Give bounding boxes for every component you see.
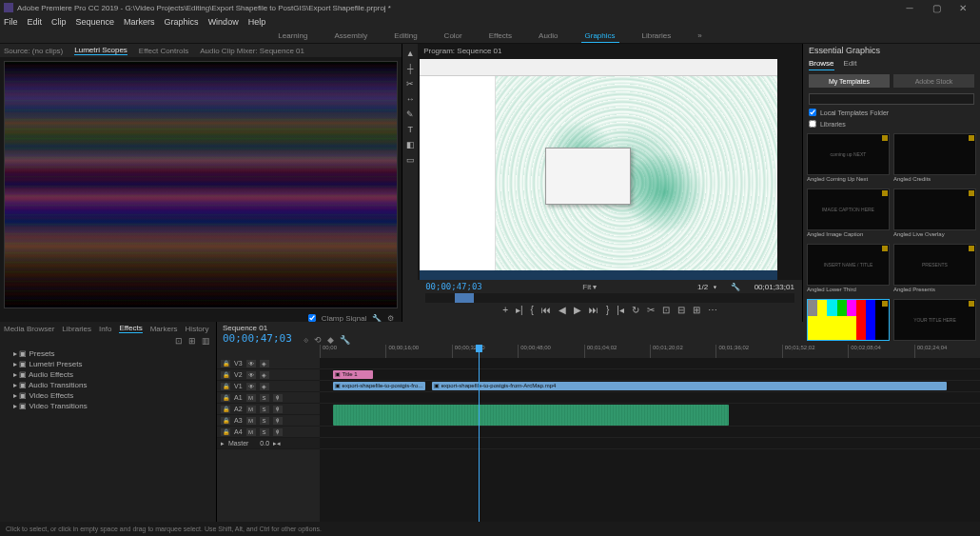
menu-sequence[interactable]: Sequence <box>76 17 115 27</box>
track-header-v2[interactable]: 🔒V2👁◈ <box>217 369 320 381</box>
tab-markers[interactable]: Markers <box>150 325 178 333</box>
tab-media-browser[interactable]: Media Browser <box>4 325 54 333</box>
track-header-a4[interactable]: 🔒A4MS🎙 <box>217 427 320 438</box>
eg-template-thumb[interactable]: coming up NEXT <box>807 133 890 175</box>
track-header-a1[interactable]: 🔒A1MS🎙 <box>217 392 320 404</box>
eg-template-thumb[interactable]: YOUR TITLE HERE <box>893 299 976 341</box>
fx-badge-icon[interactable]: ⊡ <box>175 336 183 346</box>
selection-tool-icon[interactable]: ▲ <box>404 48 416 59</box>
timeline-content[interactable]: 00;0000;00;16;0000;00;32;0000;00;48;0000… <box>320 345 980 522</box>
extract-icon[interactable]: ⊡ <box>662 305 670 315</box>
tree-audio-transitions[interactable]: ▸ ▣ Audio Transitions <box>4 380 212 390</box>
menu-window[interactable]: Window <box>208 17 239 27</box>
program-monitor[interactable] <box>420 59 777 280</box>
tree-video-effects[interactable]: ▸ ▣ Video Effects <box>4 390 212 401</box>
clip-video-2[interactable]: ▣ export-shapefile-to-postgis-from-ArcMa… <box>432 382 947 390</box>
clip-audio-1[interactable] <box>333 405 729 426</box>
program-fit-dropdown[interactable]: Fit <box>582 283 591 291</box>
pen-tool-icon[interactable]: ✎ <box>404 109 416 120</box>
ws-audio[interactable]: Audio <box>535 30 561 42</box>
snap-icon[interactable]: ⟐ <box>304 335 308 345</box>
clip-video-1[interactable]: ▣ export-shapefile-to-postgis-fro... <box>333 382 425 390</box>
eg-template-thumb[interactable]: IMAGE CAPTION HERE <box>807 189 890 230</box>
go-in-icon[interactable]: { <box>531 305 534 315</box>
program-resolution-dropdown[interactable]: 1/2 <box>697 283 708 291</box>
type-tool-icon[interactable]: T <box>404 124 416 135</box>
export-frame-icon[interactable]: ⊟ <box>677 305 685 315</box>
eg-filter-adobe-stock[interactable]: Adobe Stock <box>893 74 974 88</box>
ws-assembly[interactable]: Assembly <box>330 30 371 42</box>
eg-tab-browse[interactable]: Browse <box>809 57 834 70</box>
eg-filter-my-templates[interactable]: My Templates <box>809 74 890 88</box>
tab-libraries[interactable]: Libraries <box>62 325 91 333</box>
track-header-a2[interactable]: 🔒A2MS🎙 <box>217 404 320 415</box>
play-reverse-icon[interactable]: ◀ <box>559 305 566 315</box>
ws-learning[interactable]: Learning <box>274 30 311 42</box>
step-forward-icon[interactable]: ⏭ <box>589 305 598 315</box>
loop-icon[interactable]: ↻ <box>632 305 639 315</box>
track-header-master[interactable]: ▸ Master 0.0 ▸◂ <box>217 438 320 449</box>
comparison-icon[interactable]: ⊞ <box>693 305 700 315</box>
menu-graphics[interactable]: Graphics <box>165 17 199 27</box>
menu-file[interactable]: File <box>4 17 18 27</box>
slip-tool-icon[interactable]: ↔ <box>404 93 416 105</box>
tab-history[interactable]: History <box>186 325 209 333</box>
ws-effects[interactable]: Effects <box>485 30 516 42</box>
settings-icon[interactable]: 🔧 <box>340 335 350 345</box>
play-icon[interactable]: ▶ <box>574 305 581 315</box>
maximize-button[interactable]: ▢ <box>923 0 950 15</box>
ws-libraries[interactable]: Libraries <box>638 30 676 42</box>
eg-tab-edit[interactable]: Edit <box>844 57 857 70</box>
tree-presets[interactable]: ▸ ▣ Presets <box>4 348 212 359</box>
tree-video-transitions[interactable]: ▸ ▣ Video Transitions <box>4 401 212 411</box>
ws-editing[interactable]: Editing <box>390 30 421 42</box>
timeline-ruler[interactable]: 00;0000;00;16;0000;00;32;0000;00;48;0000… <box>320 345 980 358</box>
tab-info[interactable]: Info <box>99 325 111 333</box>
fx-yuv-icon[interactable]: ▥ <box>202 336 210 346</box>
linked-selection-icon[interactable]: ⟲ <box>314 335 322 345</box>
minimize-button[interactable]: ─ <box>896 0 923 15</box>
sequence-name[interactable]: Sequence 01 <box>223 324 267 332</box>
ws-graphics[interactable]: Graphics <box>581 30 619 43</box>
fx-32-icon[interactable]: ⊞ <box>188 336 196 346</box>
tab-source[interactable]: Source: (no clips) <box>4 47 63 55</box>
hand-tool-icon[interactable]: ▭ <box>404 154 416 166</box>
menu-clip[interactable]: Clip <box>51 17 67 27</box>
track-header-v3[interactable]: 🔒V3👁◈ <box>217 358 320 369</box>
tab-effect-controls[interactable]: Effect Controls <box>139 47 188 55</box>
go-out-icon[interactable]: } <box>606 305 609 315</box>
eg-template-thumb[interactable]: INSERT NAME / TITLE <box>807 244 890 286</box>
tree-audio-effects[interactable]: ▸ ▣ Audio Effects <box>4 369 212 380</box>
eg-local-folder-checkbox[interactable] <box>809 109 816 116</box>
eg-template-thumb[interactable] <box>893 189 976 230</box>
timeline-timecode[interactable]: 00;00;47;03 <box>223 332 292 345</box>
menu-markers[interactable]: Markers <box>124 17 155 27</box>
rectangle-tool-icon[interactable]: ◧ <box>404 139 416 150</box>
tree-lumetri-presets[interactable]: ▸ ▣ Lumetri Presets <box>4 359 212 369</box>
button-editor-icon[interactable]: ⋯ <box>708 305 717 315</box>
menu-help[interactable]: Help <box>248 17 266 27</box>
eg-template-thumb[interactable] <box>807 299 890 341</box>
clip-title[interactable]: ▣ Title 1 <box>333 370 373 379</box>
ws-more[interactable]: » <box>694 30 705 42</box>
eg-template-thumb[interactable]: PRESENTS <box>893 244 976 286</box>
add-marker-icon[interactable]: + <box>502 305 508 315</box>
close-button[interactable]: ✕ <box>950 0 976 15</box>
ripple-edit-tool-icon[interactable]: ✂ <box>404 78 416 89</box>
mark-out-icon[interactable]: |◂ <box>617 305 624 315</box>
marker-icon[interactable]: ◆ <box>327 335 334 345</box>
tab-effects[interactable]: Effects <box>119 324 142 333</box>
menu-edit[interactable]: Edit <box>28 17 43 27</box>
step-back-icon[interactable]: ⏮ <box>541 305 551 315</box>
track-header-a3[interactable]: 🔒A3MS🎙 <box>217 415 320 427</box>
playhead[interactable] <box>479 345 480 522</box>
track-header-v1[interactable]: 🔒V1👁◈ <box>217 381 320 392</box>
tab-audio-mixer[interactable]: Audio Clip Mixer: Sequence 01 <box>200 47 304 55</box>
track-select-tool-icon[interactable]: ┼ <box>404 63 416 74</box>
mark-in-icon[interactable]: ▸| <box>516 305 523 315</box>
ws-color[interactable]: Color <box>441 30 466 42</box>
program-timecode-current[interactable]: 00;00;47;03 <box>425 282 482 291</box>
clamp-signal-checkbox[interactable] <box>308 314 316 322</box>
tab-lumetri-scopes[interactable]: Lumetri Scopes <box>74 46 127 55</box>
program-scrubber[interactable] <box>425 293 794 303</box>
